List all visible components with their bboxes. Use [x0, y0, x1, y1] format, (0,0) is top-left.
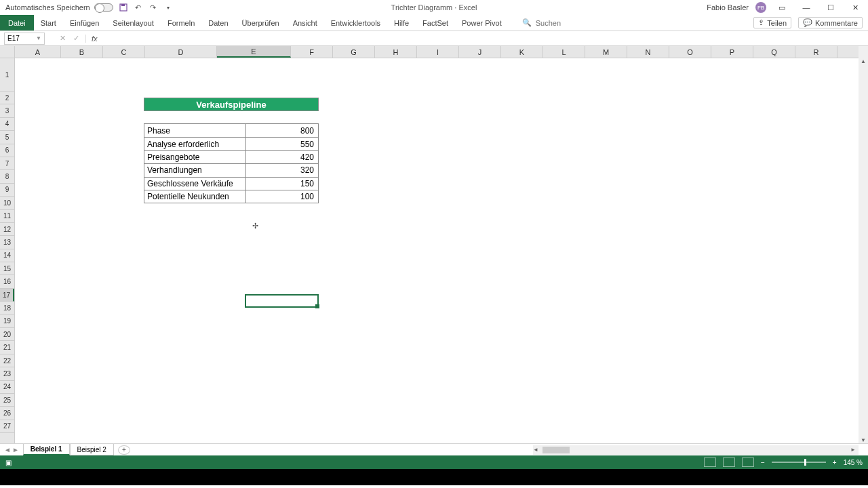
sheet-tab-2[interactable]: Beispiel 2	[70, 444, 114, 455]
column-header-P[interactable]: P	[711, 46, 753, 58]
tab-data[interactable]: Daten	[201, 15, 235, 30]
table-cell-label[interactable]: Potentielle Neukunden	[144, 190, 246, 203]
column-header-O[interactable]: O	[669, 46, 711, 58]
maximize-icon[interactable]: ☐	[822, 1, 840, 14]
column-header-B[interactable]: B	[61, 46, 103, 58]
select-all-corner[interactable]	[0, 46, 15, 58]
tab-file[interactable]: Datei	[0, 15, 34, 30]
record-macro-icon[interactable]: ▣	[5, 459, 12, 466]
row-header-9[interactable]: 9	[0, 184, 14, 197]
row-header-26[interactable]: 26	[0, 407, 14, 420]
table-row[interactable]: Potentielle Neukunden100	[144, 190, 318, 203]
autosave-toggle[interactable]: Automatisches Speichern	[5, 3, 113, 12]
save-icon[interactable]	[119, 3, 128, 12]
row-header-15[interactable]: 15	[0, 262, 14, 275]
tab-developer[interactable]: Entwicklertools	[324, 15, 387, 30]
normal-view-icon[interactable]	[704, 458, 716, 467]
table-row[interactable]: Analyse erforderlich550	[144, 137, 318, 150]
tab-help[interactable]: Hilfe	[387, 15, 416, 30]
table-row[interactable]: Phase800	[144, 124, 318, 137]
row-header-20[interactable]: 20	[0, 328, 14, 341]
tab-formulas[interactable]: Formeln	[161, 15, 201, 30]
name-box[interactable]: E17 ▼	[4, 33, 45, 45]
tab-pagelayout[interactable]: Seitenlayout	[106, 15, 161, 30]
row-header-16[interactable]: 16	[0, 275, 14, 288]
horizontal-scrollbar[interactable]: ◄ ►	[533, 445, 859, 455]
zoom-level[interactable]: 145 %	[844, 459, 863, 466]
pipeline-title-cell[interactable]: Verkaufspipeline	[144, 98, 319, 111]
row-header-11[interactable]: 11	[0, 210, 14, 223]
table-cell-label[interactable]: Verhandlungen	[144, 164, 246, 176]
close-icon[interactable]: ✕	[846, 1, 864, 14]
table-row[interactable]: Geschlossene Verkäufe150	[144, 177, 318, 190]
column-header-J[interactable]: J	[459, 46, 501, 58]
tab-insert[interactable]: Einfügen	[63, 15, 106, 30]
page-layout-view-icon[interactable]	[723, 458, 735, 467]
sheet-nav-prev-icon[interactable]: ◄	[4, 446, 11, 453]
row-header-18[interactable]: 18	[0, 302, 14, 314]
chevron-down-icon[interactable]: ▼	[36, 35, 41, 41]
toggle-switch-icon[interactable]	[94, 3, 113, 12]
column-header-N[interactable]: N	[627, 46, 669, 58]
undo-icon[interactable]: ↶	[134, 3, 143, 12]
add-sheet-button[interactable]: +	[118, 445, 130, 455]
tab-start[interactable]: Start	[34, 15, 63, 30]
row-header-14[interactable]: 14	[0, 249, 14, 262]
row-header-10[interactable]: 10	[0, 197, 14, 209]
table-row[interactable]: Preisangebote420	[144, 150, 318, 163]
table-cell-value[interactable]: 550	[246, 138, 318, 150]
zoom-out-icon[interactable]: −	[761, 459, 765, 466]
table-cell-value[interactable]: 420	[246, 151, 318, 163]
qat-dropdown-icon[interactable]: ▾	[163, 3, 173, 12]
column-header-M[interactable]: M	[585, 46, 627, 58]
comments-button[interactable]: 💬Kommentare	[798, 17, 863, 28]
row-header-22[interactable]: 22	[0, 354, 14, 367]
table-cell-label[interactable]: Geschlossene Verkäufe	[144, 178, 246, 190]
table-cell-value[interactable]: 800	[246, 124, 318, 137]
column-header-Q[interactable]: Q	[753, 46, 795, 58]
table-cell-label[interactable]: Preisangebote	[144, 151, 246, 163]
table-cell-value[interactable]: 100	[246, 190, 318, 203]
tab-review[interactable]: Überprüfen	[235, 15, 286, 30]
tab-factset[interactable]: FactSet	[416, 15, 455, 30]
column-header-R[interactable]: R	[795, 46, 837, 58]
sheet-tab-1[interactable]: Beispiel 1	[23, 444, 70, 455]
row-header-24[interactable]: 24	[0, 381, 14, 394]
column-header-I[interactable]: I	[417, 46, 459, 58]
row-header-12[interactable]: 12	[0, 223, 14, 236]
table-cell-value[interactable]: 320	[246, 164, 318, 176]
avatar[interactable]: FB	[755, 2, 766, 13]
row-header-7[interactable]: 7	[0, 157, 14, 170]
sheet-nav-next-icon[interactable]: ►	[12, 446, 19, 453]
row-header-3[interactable]: 3	[0, 104, 14, 117]
column-header-L[interactable]: L	[543, 46, 585, 58]
ribbon-display-icon[interactable]: ▭	[773, 1, 791, 14]
selected-cell[interactable]	[245, 294, 319, 308]
row-header-2[interactable]: 2	[0, 92, 14, 104]
cells-area[interactable]: Verkaufspipeline Phase800Analyse erforde…	[15, 58, 859, 443]
search-box[interactable]: 🔍 Suchen	[522, 18, 561, 27]
vertical-scrollbar[interactable]	[859, 46, 868, 443]
column-header-F[interactable]: F	[291, 46, 333, 58]
row-header-19[interactable]: 19	[0, 315, 14, 328]
column-header-A[interactable]: A	[15, 46, 61, 58]
column-header-G[interactable]: G	[333, 46, 375, 58]
row-header-1[interactable]: 1	[0, 58, 14, 92]
column-header-K[interactable]: K	[501, 46, 543, 58]
row-header-25[interactable]: 25	[0, 394, 14, 407]
fx-icon[interactable]: fx	[85, 35, 98, 43]
row-header-6[interactable]: 6	[0, 144, 14, 157]
row-header-17[interactable]: 17	[0, 289, 14, 302]
user-name[interactable]: Fabio Basler	[707, 3, 749, 12]
tab-powerpivot[interactable]: Power Pivot	[455, 15, 509, 30]
table-cell-label[interactable]: Analyse erforderlich	[144, 138, 246, 150]
column-header-E[interactable]: E	[217, 46, 291, 58]
share-button[interactable]: ⇪Teilen	[753, 17, 791, 28]
row-header-23[interactable]: 23	[0, 367, 14, 380]
spreadsheet-grid[interactable]: ABCDEFGHIJKLMNOPQR 123456789101112131415…	[0, 46, 868, 443]
scrollbar-thumb[interactable]	[542, 447, 570, 453]
column-header-H[interactable]: H	[375, 46, 417, 58]
row-header-27[interactable]: 27	[0, 420, 14, 433]
tab-view[interactable]: Ansicht	[286, 15, 324, 30]
column-header-D[interactable]: D	[145, 46, 217, 58]
